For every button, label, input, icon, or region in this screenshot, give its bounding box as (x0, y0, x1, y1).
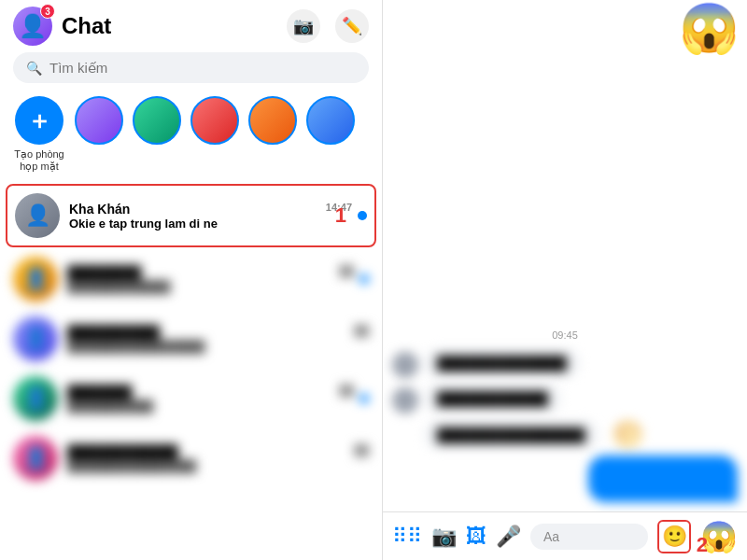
dots-button[interactable]: ⠿⠿ (392, 525, 422, 549)
conv-info-3: ██████████ ██ ████████████████ (67, 325, 369, 354)
chat-message-area: 😱 09:45 ██████████████ ████████████ ████… (383, 0, 747, 511)
emoji-icon: 🙂 (662, 525, 687, 549)
story-item-1[interactable] (75, 96, 123, 173)
create-room-story[interactable]: ＋ Tạo phòng họp mặt (13, 96, 65, 173)
conv-preview-3: ████████████████ (67, 340, 369, 354)
step-label-2: 2 (697, 533, 708, 557)
message-sent-1 (392, 455, 738, 502)
story-avatar-3 (190, 96, 239, 145)
camera-button[interactable]: 📷 (287, 9, 320, 43)
notification-badge: 3 (40, 4, 55, 19)
conversation-item-2[interactable]: 👤 ████████ ██ ████████████ (0, 249, 382, 309)
conv-name-3: ██████████ ██ (67, 325, 369, 340)
conv-preview-1: Okie e tap trung lam di ne (69, 217, 352, 231)
stories-row: ＋ Tạo phòng họp mặt (0, 92, 382, 182)
conv-avatar-2: 👤 (13, 257, 58, 301)
step-label-1: 1 (335, 203, 346, 228)
create-room-label: Tạo phòng họp mặt (13, 148, 65, 173)
search-bar[interactable]: 🔍 (13, 52, 369, 83)
conv-name-4: ███████ ██ (67, 385, 354, 399)
message-bubble-2: ████████████ (424, 384, 561, 413)
add-icon: ＋ (27, 105, 51, 137)
conv-name-1: Kha Khán 14:47 (69, 202, 352, 217)
story-avatar-5 (306, 96, 355, 145)
conversation-item-5[interactable]: 👤 ████████████ ██ ███████████████ (0, 428, 382, 488)
header-actions: 📷 ✏️ (287, 9, 369, 43)
story-avatar-4 (248, 96, 297, 145)
message-bubble-1: ██████████████ (424, 348, 580, 378)
conv-preview-5: ███████████████ (67, 459, 369, 473)
emoji-reaction-1: 🌕 (612, 419, 644, 450)
story-avatar-2 (133, 96, 181, 145)
story-item-4[interactable] (248, 96, 297, 173)
conv-time-3: ██ (354, 325, 369, 340)
conv-info-1: Kha Khán 14:47 Okie e tap trung lam di n… (69, 202, 352, 231)
chat-toolbar: ⠿⠿ 📷 🖼 🎤 Aa 🙂 2 😱 (383, 511, 747, 560)
chat-header: 👤 3 Chat 📷 ✏️ (0, 0, 382, 52)
search-icon: 🔍 (26, 61, 42, 76)
story-item-2[interactable] (133, 96, 181, 173)
top-emoji: 😱 (679, 4, 740, 52)
conv-avatar-3: 👤 (13, 316, 58, 361)
search-input[interactable] (49, 60, 356, 76)
messages-area: ██████████████ ████████████ ████████████… (392, 348, 738, 502)
chat-time-label: 09:45 (392, 329, 738, 341)
conv-avatar-5: 👤 (13, 436, 58, 481)
conversation-item-4[interactable]: 👤 ███████ ██ ██████████ (0, 369, 382, 428)
unread-dot-2 (359, 274, 369, 284)
conversation-item-3[interactable]: 👤 ██████████ ██ ████████████████ (0, 309, 382, 369)
image-button[interactable]: 🖼 (466, 525, 486, 549)
edit-button[interactable]: ✏️ (335, 9, 369, 43)
unread-dot-4 (359, 394, 369, 403)
message-bubble-sent-1 (588, 455, 738, 502)
conv-name-5: ████████████ ██ (67, 444, 369, 459)
message-input[interactable]: Aa (530, 524, 648, 550)
sender-avatar-2 (392, 387, 418, 413)
left-panel: 👤 3 Chat 📷 ✏️ 🔍 ＋ Tạo phòng họp mặt (0, 0, 383, 560)
dots-icon: ⠿⠿ (392, 525, 422, 549)
mic-icon: 🎤 (496, 525, 521, 549)
story-item-3[interactable] (190, 96, 239, 173)
mic-button[interactable]: 🎤 (496, 525, 521, 549)
emoji-button-wrap: 🙂 2 (657, 520, 691, 553)
conv-info-5: ████████████ ██ ███████████████ (67, 444, 369, 473)
conv-preview-4: ██████████ (67, 399, 354, 413)
story-item-5[interactable] (306, 96, 355, 173)
message-bubble-3: ████████████████ (424, 420, 599, 450)
unread-dot-1 (358, 211, 367, 220)
image-icon: 🖼 (466, 525, 486, 549)
edit-icon: ✏️ (342, 16, 362, 36)
user-avatar-wrap[interactable]: 👤 3 (13, 7, 52, 46)
toolbar-camera-icon: 📷 (431, 525, 457, 549)
message-received-3: ████████████████ 🌕 (392, 419, 738, 450)
sender-avatar-1 (392, 352, 418, 378)
create-room-avatar: ＋ (15, 96, 63, 145)
conversation-item-1[interactable]: 👤 Kha Khán 14:47 Okie e tap trung lam di… (6, 184, 376, 247)
conv-preview-2: ████████████ (67, 280, 354, 294)
conv-time-2: ██ (339, 265, 354, 280)
conv-time-5: ██ (354, 444, 369, 459)
conv-time-4: ██ (339, 385, 354, 399)
message-received-1: ██████████████ (392, 348, 738, 378)
message-received-2: ████████████ (392, 384, 738, 413)
page-title: Chat (62, 13, 287, 39)
camera-icon: 📷 (293, 16, 314, 36)
toolbar-camera-button[interactable]: 📷 (431, 525, 457, 549)
conv-avatar-1: 👤 (15, 193, 60, 238)
conv-info-4: ███████ ██ ██████████ (67, 385, 354, 413)
emoji-button[interactable]: 🙂 (657, 520, 691, 553)
conv-info-2: ████████ ██ ████████████ (67, 265, 354, 294)
conv-name-2: ████████ ██ (67, 265, 354, 280)
story-avatar-1 (75, 96, 123, 145)
conversation-list: 👤 Kha Khán 14:47 Okie e tap trung lam di… (0, 182, 382, 560)
conv-avatar-4: 👤 (13, 376, 58, 421)
input-placeholder: Aa (543, 529, 559, 544)
right-panel: 😱 09:45 ██████████████ ████████████ ████… (383, 0, 747, 560)
